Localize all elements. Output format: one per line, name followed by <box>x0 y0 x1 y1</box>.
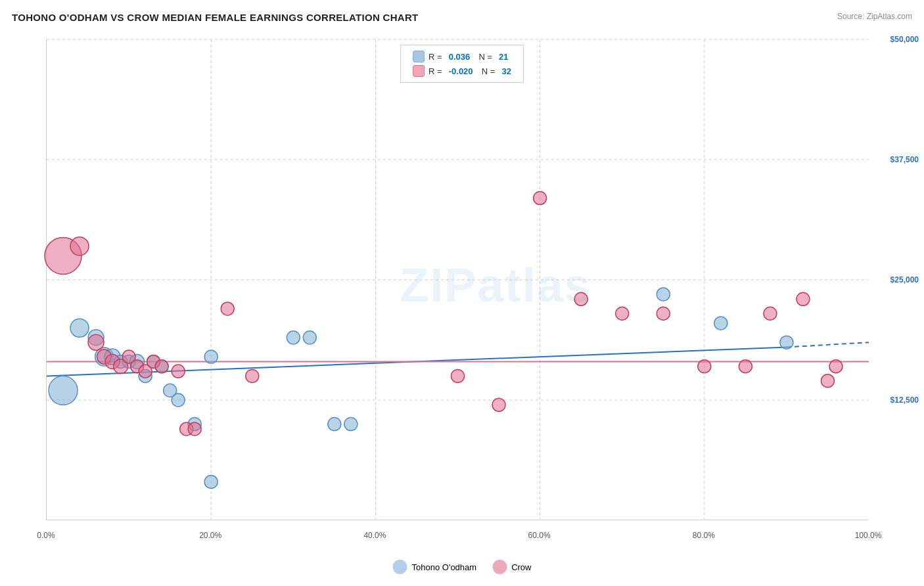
svg-point-53 <box>574 292 588 305</box>
x-tick-label: 60.0% <box>528 531 551 540</box>
chart-area: ZIPatlas <box>46 39 868 520</box>
svg-point-57 <box>739 360 752 373</box>
y-tick-label: $25,000 <box>890 275 919 284</box>
svg-point-49 <box>246 369 259 382</box>
legend-r2-value: -0.020 <box>449 66 473 76</box>
svg-point-23 <box>172 394 185 407</box>
footer-swatch-2 <box>492 560 507 574</box>
svg-point-29 <box>344 418 358 431</box>
legend-r1-label: R = <box>428 52 442 62</box>
footer-legend-item-2: Crow <box>492 560 531 574</box>
svg-point-11 <box>49 376 78 405</box>
svg-point-58 <box>764 307 777 320</box>
x-tick-label: 40.0% <box>363 531 386 540</box>
svg-point-30 <box>204 475 218 488</box>
svg-point-60 <box>821 374 834 388</box>
svg-point-59 <box>797 292 810 305</box>
svg-point-27 <box>303 331 316 344</box>
svg-point-36 <box>88 334 104 350</box>
svg-point-28 <box>328 418 341 431</box>
svg-point-45 <box>172 365 185 378</box>
svg-point-54 <box>616 307 629 320</box>
legend-row-1: R = 0.036 N = 21 <box>413 51 511 62</box>
svg-point-52 <box>534 192 547 205</box>
footer-label-1: Tohono O'odham <box>412 562 477 572</box>
footer-label-2: Crow <box>511 562 531 572</box>
footer-swatch-1 <box>393 560 407 574</box>
svg-point-55 <box>657 307 670 320</box>
svg-line-9 <box>787 342 869 347</box>
x-tick-label: 100.0% <box>855 531 882 540</box>
footer-legend-item-1: Tohono O'odham <box>393 560 477 574</box>
svg-point-48 <box>221 302 234 315</box>
legend-n1-label: N = <box>474 52 492 62</box>
y-tick-label: $37,500 <box>890 155 919 164</box>
y-tick-label: $12,500 <box>890 395 919 405</box>
legend-n2-label: N = <box>477 66 496 76</box>
y-tick-label: $50,000 <box>890 35 919 44</box>
svg-point-61 <box>829 360 843 373</box>
svg-point-33 <box>780 336 793 349</box>
chart-container: TOHONO O'ODHAM VS CROW MEDIAN FEMALE EAR… <box>0 0 924 586</box>
legend-row-2: R = -0.020 N = 32 <box>413 65 511 77</box>
chart-svg <box>47 39 868 520</box>
x-tick-label: 20.0% <box>199 531 221 540</box>
svg-point-32 <box>714 317 728 330</box>
legend-n1-value: 21 <box>499 52 508 62</box>
source-label: Source: ZipAtlas.com <box>837 12 912 21</box>
legend-r2-label: R = <box>428 66 442 76</box>
svg-point-50 <box>451 369 465 382</box>
svg-point-31 <box>657 288 670 301</box>
svg-point-56 <box>698 360 711 373</box>
legend-swatch-1 <box>413 51 425 62</box>
legend-n2-value: 32 <box>501 66 511 76</box>
svg-point-51 <box>492 398 505 411</box>
x-tick-label: 0.0% <box>37 531 55 540</box>
svg-point-26 <box>287 331 300 344</box>
svg-point-35 <box>70 237 89 256</box>
legend-swatch-2 <box>413 65 425 77</box>
legend: R = 0.036 N = 21 R = -0.020 N = 32 <box>400 45 524 83</box>
svg-point-47 <box>188 422 201 436</box>
svg-point-44 <box>155 360 168 373</box>
svg-point-12 <box>70 319 89 337</box>
svg-point-25 <box>204 350 218 363</box>
footer-legend: Tohono O'odham Crow <box>393 560 532 574</box>
x-tick-label: 80.0% <box>693 531 715 540</box>
legend-r1-value: 0.036 <box>449 52 471 62</box>
chart-title: TOHONO O'ODHAM VS CROW MEDIAN FEMALE EAR… <box>12 12 419 23</box>
